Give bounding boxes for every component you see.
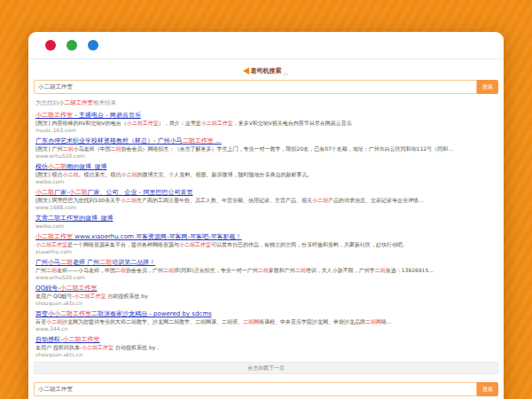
- text-segment: 广东办理艺术职业学校林资格教程（林总）- 广州小马: [35, 137, 183, 145]
- summary-keyword: 小二胡工作室: [59, 99, 93, 106]
- window-minimize-button[interactable]: [66, 40, 77, 51]
- text-segment: 文青二胡工作室的微博_微博: [35, 215, 113, 222]
- result-url: weibo.com: [35, 178, 497, 185]
- text-segment: 络课程、中央音乐学院沙龙网、米袋沙龙品牌: [259, 318, 365, 325]
- highlighted-keyword: 二胡: [60, 259, 73, 266]
- search-result: 文青二胡工作室的微博_微博weibo.com: [35, 215, 497, 230]
- text-segment: 是一个网络资源采集平台，提供各种网络资源与: [67, 241, 179, 247]
- text-segment: 老用户 QQ靓号-: [35, 293, 74, 299]
- site-logo: 老司机搜索 .cc: [34, 65, 498, 76]
- highlighted-keyword: 小二胡: [121, 197, 137, 203]
- text-segment: [图文] 广州: [35, 145, 63, 152]
- text-segment: 可以发布自己的作品，有独立的空间，分享经验和资料，共聚新社区，赶快行动吧.: [211, 241, 404, 247]
- text-segment: 老用户 授权回执单-: [35, 344, 82, 350]
- search-bar-top: 搜索: [34, 80, 498, 94]
- highlighted-keyword: 二胡: [258, 267, 269, 273]
- highlighted-keyword: 二胡工作室: [183, 137, 214, 145]
- text-segment: [图文] 内容很棒的RV和交响V的电台（: [35, 120, 127, 126]
- result-title-link[interactable]: 自动授权-小二胡工作室: [35, 336, 497, 344]
- text-segment: 模仿: [35, 163, 48, 170]
- text-segment: ，更多V和交响V相关电台内容节目尽在网易云音乐: [233, 120, 352, 126]
- text-segment: QQ靓号-: [35, 285, 60, 292]
- result-description: [图文] 内容很棒的RV和交响V的电台（小二胡工作室），简介：这里是小二胡工作室…: [35, 120, 497, 127]
- result-title-link[interactable]: 广东办理艺术职业学校林资格教程（林总）- 广州小马二胡工作室 ...: [35, 137, 497, 145]
- highlighted-keyword: 小二胡: [121, 171, 137, 177]
- highlighted-keyword: 小二胡工作室: [35, 112, 73, 119]
- text-segment: 班(同和)正在招生，专业一对一广州: [174, 267, 258, 273]
- text-segment: 厂家、公司、企业 - 阿里巴巴公司黄页: [88, 189, 193, 196]
- search-result: 百变小小二胡工作室二胡演奏家沙龙精品 - powered by sdcms百变小…: [35, 310, 497, 332]
- highlighted-keyword: 小二胡: [46, 318, 62, 325]
- text-segment: 广州小马: [35, 259, 60, 266]
- text-segment: 培训第二品牌！: [112, 259, 155, 266]
- highlighted-keyword: 二胡: [111, 145, 121, 152]
- search-result: 广东办理艺术职业学校林资格教程（林总）- 广州小马二胡工作室 ...[图文] 广…: [35, 137, 497, 160]
- text-segment: 家教和广州: [269, 267, 295, 273]
- highlighted-keyword: 小二胡工作室: [60, 285, 98, 292]
- result-url: www.1688.com: [35, 204, 497, 211]
- highlighted-keyword: 二胡: [99, 259, 112, 266]
- result-url: music.163.com: [35, 127, 497, 134]
- text-segment: 自动授权系统 by .: [113, 344, 159, 350]
- result-url: www.erhu520.com: [35, 153, 497, 160]
- search-result: 小二胡工作室 www.xiaoerhu.com 琴客资源网-琴客网-琴客吧-琴客…: [35, 233, 497, 255]
- highlighted-keyword: 小二胡工作室: [35, 241, 67, 247]
- result-title-link[interactable]: 模仿小二胡圈的微博_微博: [35, 163, 497, 171]
- highlighted-keyword: 小二胡工作室: [63, 336, 100, 343]
- result-title-link[interactable]: 文青二胡工作室的微博_微博: [35, 215, 497, 223]
- result-url: www.erhu520.com: [35, 274, 497, 281]
- logo-suffix: .cc: [282, 71, 288, 76]
- search-result: 小二胡工作室 - 主播电台 - 网易云音乐[图文] 内容很棒的RV和交响V的电台…: [35, 112, 497, 134]
- summary-suffix: 相关结果: [93, 99, 116, 106]
- search-input-bottom[interactable]: [34, 382, 477, 396]
- text-segment: 首选：13926915...: [386, 267, 434, 273]
- result-title-link[interactable]: 小二胡工作室 www.xiaoerhu.com 琴客资源网-琴客网-琴客吧-琴客…: [35, 233, 497, 241]
- search-result: 模仿小二胡圈的微博_微博[图文] 模仿小二胡。模仿某生。模仿小二胡的微博主页、个…: [35, 163, 497, 185]
- text-segment: 产品的供求信息、交易记录等企业详情...: [328, 197, 424, 203]
- text-segment: 自助授权系统 by: [106, 293, 148, 299]
- result-title-link[interactable]: 百变小小二胡工作室二胡演奏家沙龙精品 - powered by sdcms: [35, 310, 497, 318]
- result-title-link[interactable]: QQ靓号-小二胡工作室: [35, 285, 497, 293]
- highlighted-keyword: 小二胡工作室: [74, 293, 106, 299]
- results-list: 小二胡工作室 - 主播电台 - 网易云音乐[图文] 内容很棒的RV和交响V的电台…: [35, 112, 497, 358]
- text-segment: 广州: [35, 267, 46, 273]
- text-segment: ...: [214, 137, 222, 145]
- window-maximize-button[interactable]: [88, 40, 98, 51]
- search-button[interactable]: 搜索: [477, 80, 498, 94]
- text-segment: 的微博主页、个人资料、相册。新浪微博，随时随地分享身边的新鲜事儿。: [137, 171, 313, 177]
- text-segment: www.xiaoerhu.com 琴客资源网-琴客网-琴客吧-琴客影视！: [73, 233, 242, 240]
- text-segment: 络...: [381, 318, 392, 325]
- highlighted-keyword: 二胡: [46, 267, 57, 273]
- result-url: www.344.cn: [35, 325, 497, 332]
- window-close-button[interactable]: [45, 40, 56, 51]
- search-result: 自动授权-小二胡工作室老用户 授权回执单-小二胡工作室 自动授权系统 by .s…: [35, 336, 497, 358]
- search-button-bottom[interactable]: 搜索: [477, 382, 498, 396]
- text-segment: 小马老师（中国: [74, 145, 111, 152]
- result-title-link[interactable]: 小二胡厂家-小二胡厂家、公司、企业 - 阿里巴巴公司黄页: [35, 189, 497, 197]
- highlighted-keyword: 小二胡工作室: [179, 241, 211, 247]
- results-summary: 为您找到小二胡工作室相关结果: [35, 99, 498, 106]
- window-titlebar: [28, 32, 504, 59]
- search-result: 小二胡厂家-小二胡厂家、公司、企业 - 阿里巴巴公司黄页[图文] 阿里巴巴为您找…: [35, 189, 497, 211]
- browser-window: 老司机搜索 .cc 搜索 为您找到小二胡工作室相关结果 小二胡工作室 - 主播电…: [28, 32, 504, 399]
- highlighted-keyword: 二胡: [375, 267, 386, 273]
- highlighted-keyword: 小二胡工作室: [127, 120, 159, 126]
- logo-arrow-icon: [243, 67, 249, 74]
- highlighted-keyword: 小二胡: [48, 163, 66, 170]
- search-input[interactable]: [34, 80, 477, 94]
- result-title-link[interactable]: 广州小马二胡老师 广州二胡培训第二品牌！: [35, 259, 497, 267]
- highlighted-keyword: 二胡网: [243, 318, 259, 325]
- result-description: 小二胡工作室是一个网络资源采集平台，提供各种网络资源与小二胡工作室可以发布自己的…: [35, 241, 497, 248]
- text-segment: 协会会员）网络招生：（点击了解更多）学生上门，专业一对一教学，限招20名，已有0…: [121, 145, 453, 152]
- text-segment: 二胡演奏家沙龙精品 - powered by sdcms: [91, 310, 212, 317]
- load-more-button[interactable]: 点击加载下一页: [34, 362, 498, 374]
- highlighted-keyword: 小二胡工作室: [35, 233, 73, 240]
- result-title-link[interactable]: 小二胡工作室 - 主播电台 - 网易云音乐: [35, 112, 497, 120]
- result-url: weibo.com: [35, 223, 497, 230]
- highlighted-keyword: 二胡网: [365, 318, 381, 325]
- search-result: QQ靓号-小二胡工作室老用户 QQ靓号-小二胡工作室 自助授权系统 byshou…: [35, 285, 497, 307]
- highlighted-keyword: 二胡: [295, 267, 306, 273]
- text-segment: 自动授权-: [35, 336, 63, 343]
- text-segment: 厂家-: [54, 189, 69, 196]
- result-url: shouquan.akts.cn: [35, 351, 497, 358]
